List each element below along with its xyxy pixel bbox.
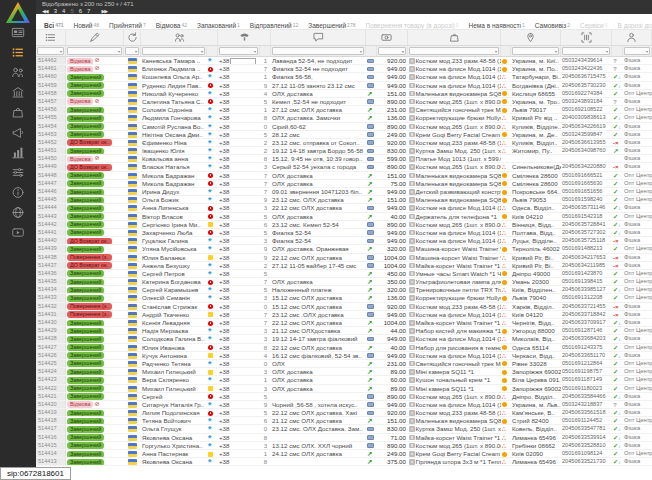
column-header-country-refresh-icon[interactable] (124, 30, 141, 45)
order-row-514441[interactable]: 514441ЗавершенийЗахарченко Люба+385Фиалк… (36, 229, 652, 237)
order-row-514442[interactable]: 514442ЗавершенийСергієнко Ірина Ми..+386… (36, 221, 652, 229)
order-row-514454[interactable]: 514454ЗавершенийСамотій Руслана Во..*+38… (36, 123, 652, 131)
filter-select-flag[interactable] (125, 47, 139, 55)
status-badge[interactable]: Завершений (67, 344, 104, 351)
first-page-icon[interactable]: ◀◀ (42, 8, 48, 14)
order-row-514432[interactable]: 514432Повернення (з..Станіслав Стрижак+3… (36, 303, 652, 311)
last-page-icon[interactable]: ▶▶ (101, 8, 107, 14)
status-badge[interactable]: Завершений (67, 360, 104, 367)
column-header-comment-icon[interactable] (271, 30, 366, 45)
sidebar-item-integrations[interactable] (10, 207, 26, 221)
order-row-514457[interactable]: 514457Відмова⊘Салегина Татьяна С..+385Ке… (36, 98, 652, 106)
order-row-514419[interactable]: 514419ЗавершенийЛилия Подолинская+38522.… (36, 409, 652, 417)
status-badge[interactable]: Відмова (67, 98, 93, 105)
status-badge[interactable]: Завершений (67, 393, 104, 400)
status-badge[interactable]: Завершений (67, 418, 104, 425)
order-row-514436[interactable]: 514436ЗавершенийСергей Петров*+385↗450.0… (36, 270, 652, 278)
order-row-514453[interactable]: 514453ЗавершенийНікітіна Оксана Дми..*+3… (36, 131, 652, 139)
status-badge[interactable]: ДО Возврат ок.. (67, 164, 112, 171)
column-header-ttn-scan-icon[interactable] (561, 30, 612, 45)
status-badge[interactable]: Завершений (67, 442, 104, 449)
sidebar-item-clients[interactable] (10, 67, 26, 81)
tab-нема-в-наявності[interactable]: Нема в наявності1 (464, 18, 530, 30)
order-row-514447[interactable]: 514447ЗавершенийМикола Бадражан+387ОЛХ д… (36, 180, 652, 188)
order-row-514420[interactable]: 514420Відмова⊘Ситарчук Наталія Гр..*+389… (36, 401, 652, 409)
status-badge[interactable]: Завершений (67, 270, 104, 277)
status-badge[interactable]: Завершений (67, 385, 104, 392)
column-header-phone-icon[interactable] (218, 30, 271, 45)
filter-select-ph[interactable] (219, 47, 258, 55)
tab-запакований[interactable]: Запакований1 (192, 18, 245, 30)
order-row-514424[interactable]: 514424ЗавершенийМихаил Гилецький+383ОЛХ … (36, 368, 652, 376)
order-row-514440[interactable]: 514440ДО Возврат ок..Гуцалюк Галина*+383… (36, 237, 652, 245)
order-row-514414[interactable]: 514414ЗавершенийАнна Пастернак+38124.12 … (36, 450, 652, 458)
order-row-514439[interactable]: 514439ЗавершенийУляна Мусійовська*+389ОЛ… (36, 245, 652, 253)
status-badge[interactable]: Завершений (67, 279, 104, 286)
status-badge[interactable]: Повернення (з.. (67, 311, 112, 318)
status-badge[interactable]: Завершений (67, 377, 104, 384)
status-badge[interactable]: Завершений (67, 229, 104, 236)
status-badge[interactable]: Завершений (67, 180, 104, 187)
status-badge[interactable]: Завершений (67, 369, 104, 376)
filter-select-id[interactable] (37, 47, 64, 55)
order-row-514452[interactable]: 514452ДО Возврат ок..Єфименко Ніна*+3822… (36, 139, 652, 147)
filter-select-reg[interactable] (512, 47, 559, 55)
status-badge[interactable]: Завершений (67, 221, 104, 228)
order-row-514429[interactable]: 514429ЗавершенийНадія Мерзаєва*+38321.12… (36, 327, 652, 335)
status-badge[interactable]: Відмова (67, 66, 93, 73)
order-row-514444[interactable]: 514444ЗавершенийАнна Липенська+38322.12 … (36, 204, 652, 212)
app-logo-icon[interactable] (5, 1, 31, 25)
order-row-514446[interactable]: 514446ЗавершенийИрина Дидух*+38709.01 зв… (36, 188, 652, 196)
status-badge[interactable]: Відмова (67, 401, 93, 408)
status-badge[interactable]: Завершений (67, 295, 104, 302)
order-row-514437[interactable]: 514437ДО Возврат ок..Анжела Безушку*+382… (36, 262, 652, 270)
status-badge[interactable]: Завершений (67, 131, 104, 138)
status-badge[interactable]: Завершений (67, 197, 104, 204)
status-badge[interactable]: Відмова (67, 58, 93, 65)
order-row-514415[interactable]: 514415ЗавершенийГоргулько Христина..*+38… (36, 442, 652, 450)
order-row-514431[interactable]: 514431Повернення (з..Андрій Ткаченко+387… (36, 311, 652, 319)
sidebar-item-statistics[interactable] (10, 147, 26, 161)
filter-select-cm[interactable] (272, 47, 364, 55)
column-header-order-icon[interactable] (36, 30, 66, 45)
order-row-514462[interactable]: 514462Відмова⊘Каневська Тамара ..*+381Ла… (36, 57, 652, 65)
order-row-514425[interactable]: 514425ЗавершенийРадченко Тетяна*+380ОЛХ↗… (36, 360, 652, 368)
order-row-514428[interactable]: 514428ЗавершенийСолодкова Галина В..*+38… (36, 335, 652, 343)
order-row-514461[interactable]: 514461Відмова⊘Близнюк Людмила ..+387Фиал… (36, 65, 652, 73)
column-header-status-edit-icon[interactable] (66, 30, 124, 45)
sidebar-item-video-help[interactable] (10, 227, 26, 241)
status-badge[interactable]: Завершений (67, 426, 104, 433)
order-row-514418[interactable]: 514418ЗавершенийТетяна Войтович*+38621.1… (36, 417, 652, 425)
sidebar-item-dashboard[interactable] (10, 27, 26, 41)
sidebar-item-info[interactable] (10, 187, 26, 201)
status-badge[interactable]: Завершений (67, 246, 104, 253)
order-row-514449[interactable]: 514449ДО Возврат ок..Власюк Наталья*+383… (36, 163, 652, 171)
order-row-514423[interactable]: 514423ЗавершенийВера Скляренко*+381ОЛХ д… (36, 376, 652, 384)
filter-select-prod[interactable] (409, 47, 499, 55)
order-row-514413[interactable]: 514413ЗавершенийЯковлева Оксана*+388↗375… (36, 458, 652, 466)
order-row-514450[interactable]: 514450Відмова⊘Ковальова анна*+38815.12. … (36, 155, 652, 163)
order-row-514433[interactable]: 514433ЗавершенийОлексій Семанін*+38315.1… (36, 294, 652, 302)
pagination-summary[interactable]: Відображено з 200 по 250 ▾ / 471 (42, 1, 134, 7)
status-badge[interactable]: Завершений (67, 410, 104, 417)
status-badge[interactable]: Завершений (67, 434, 104, 441)
status-badge[interactable]: Завершений (67, 287, 104, 294)
order-row-514422[interactable]: 514422ЗавершенийМихаил Гилецький+383ОЛХ … (36, 385, 652, 393)
tab-самовивіз[interactable]: Самовивіз2 (530, 18, 575, 30)
status-badge[interactable]: Завершений (67, 205, 104, 212)
page-number-5[interactable]: 5 (70, 8, 73, 14)
column-header-payment-icon[interactable] (366, 30, 408, 45)
status-badge[interactable]: ДО Возврат ок.. (67, 262, 112, 269)
filter-select-st[interactable] (67, 47, 122, 55)
order-row-514421[interactable]: 514421ЗавершенийСергей+385890.00Костюм м… (36, 393, 652, 401)
status-badge[interactable]: Завершений (67, 172, 104, 179)
status-badge[interactable]: Повернення (з.. (67, 303, 112, 310)
order-row-514451[interactable]: 514451ЗавершенийІващенко Юлія*+38219.12 … (36, 147, 652, 155)
sidebar-item-notifications[interactable] (10, 127, 26, 141)
status-badge[interactable]: Завершений (67, 90, 104, 97)
page-size-caret-icon[interactable]: ▾ (116, 1, 119, 7)
status-badge[interactable]: Завершений (67, 328, 104, 335)
page-number-4[interactable]: 4 (62, 8, 65, 14)
phone-filter-input[interactable] (230, 58, 256, 65)
sidebar-item-products[interactable] (10, 107, 26, 121)
